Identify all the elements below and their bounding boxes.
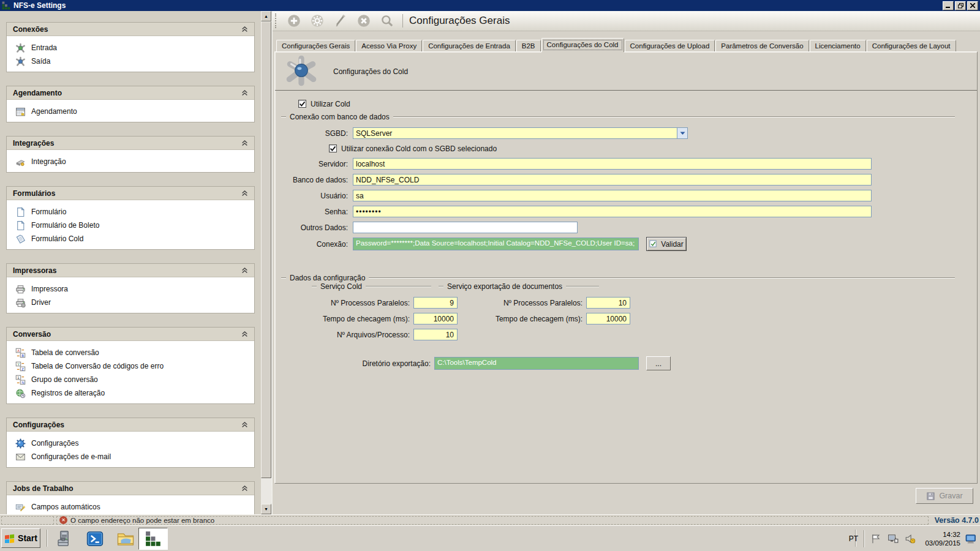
settings-button[interactable] — [306, 12, 329, 29]
collapse-chevron-icon[interactable] — [241, 421, 248, 428]
banco-de-dados-input[interactable]: NDD_NFSe_COLD — [353, 174, 872, 186]
sidebar-section-header-conversao[interactable]: Conversão — [7, 328, 254, 341]
tab-b2b[interactable]: B2B — [516, 40, 541, 52]
sidebar-item-tabela-de-conversao-de-codigos-de-erro[interactable]: YZTabela de Conversão de códigos de erro — [7, 359, 254, 373]
sidebar-section-header-jobs-de-trabalho[interactable]: Jobs de Trabalho — [7, 482, 254, 495]
collapse-chevron-icon[interactable] — [241, 267, 248, 274]
add-button[interactable] — [282, 12, 306, 29]
browse-button[interactable]: ... — [646, 356, 671, 370]
tempo-de-checagem-ms-input[interactable]: 10000 — [586, 313, 630, 324]
tab-acesso-via-proxy[interactable]: Acesso Via Proxy — [356, 40, 422, 52]
close-button[interactable] — [967, 1, 978, 10]
start-button[interactable]: Start — [1, 528, 40, 548]
sidebar-item-formulario[interactable]: Formulário — [7, 205, 254, 219]
sidebar-item-grupo-de-conversao[interactable]: 1NGrupo de conversão — [7, 373, 254, 386]
svg-text:B: B — [21, 353, 24, 357]
scroll-thumb[interactable] — [261, 21, 271, 478]
diretorio-input[interactable]: C:\Tools\TempCold — [434, 357, 639, 370]
server-manager-icon — [55, 530, 74, 548]
use-cold-connection-checkbox[interactable] — [329, 144, 337, 152]
calendar-icon — [15, 107, 26, 117]
file-explorer-button[interactable] — [115, 529, 136, 549]
sidebar-item-configuracoes[interactable]: Configurações — [7, 437, 254, 450]
restore-button[interactable] — [955, 1, 966, 10]
sidebar-item-saida[interactable]: Saída — [7, 54, 254, 68]
gravar-button[interactable]: Gravar — [916, 488, 973, 504]
sidebar-section-header-conexoes[interactable]: Conexões — [7, 23, 254, 36]
sidebar-section-header-agendamento[interactable]: Agendamento — [7, 86, 254, 100]
use-cold-connection-label: Utilizar conexão Cold com o SGBD selecio… — [341, 144, 497, 153]
servico-cold-legend: Serviço Cold — [312, 282, 431, 291]
n-arquivos-processo-input[interactable]: 10 — [413, 329, 458, 340]
sgbd-dropdown-arrow-icon[interactable] — [677, 128, 687, 138]
save-floppy-icon — [926, 492, 935, 501]
sidebar-item-registros-de-alteracao[interactable]: Registros de alteração — [7, 386, 254, 400]
search-button[interactable] — [375, 12, 399, 29]
tab-configuracoes-do-cold[interactable]: Configurações do Cold — [541, 38, 624, 52]
outros-dados-label: Outros Dados: — [275, 223, 348, 232]
field-row-n-processos-paralelos: Nº Processos Paralelos:9 — [275, 297, 461, 309]
sgbd-select[interactable]: SQLServer — [353, 127, 688, 139]
tab-configuracoes-de-layout[interactable]: Configurações de Layout — [867, 40, 956, 52]
sidebar-section-agendamento: AgendamentoAgendamento — [6, 86, 255, 122]
gravar-label: Gravar — [939, 492, 962, 500]
scroll-down-button[interactable]: ▼ — [261, 504, 271, 514]
outros-dados-input[interactable] — [353, 222, 578, 233]
status-panel-version: Versão 4.7.0 — [931, 516, 979, 525]
sidebar-item-configuracoes-de-e-mail[interactable]: Configurações de e-mail — [7, 450, 254, 463]
sidebar-item-label: Grupo de conversão — [31, 375, 98, 384]
tab-configuracoes-de-entrada[interactable]: Configurações de Entrada — [423, 40, 516, 52]
senha-input[interactable]: •••••••• — [353, 206, 872, 217]
sidebar-item-tabela-de-conversao[interactable]: ABTabela de conversão — [7, 346, 254, 359]
collapse-chevron-icon[interactable] — [241, 485, 248, 492]
sidebar-item-label: Integração — [31, 157, 66, 166]
display-icon[interactable] — [888, 533, 899, 544]
sidebar-item-formulario-de-boleto[interactable]: Formulário de Boleto — [7, 219, 254, 232]
lang-separator — [864, 530, 865, 547]
sidebar-item-impressora[interactable]: Impressora — [7, 282, 254, 296]
powershell-button[interactable] — [85, 529, 105, 549]
usuario-input[interactable]: sa — [353, 190, 872, 201]
sidebar-item-formulario-cold[interactable]: Formulário Cold — [7, 232, 254, 246]
edit-button[interactable] — [329, 12, 352, 29]
hub-green-icon — [15, 43, 26, 53]
sidebar-section-header-impressoras[interactable]: Impressoras — [7, 264, 254, 277]
sidebar-item-driver[interactable]: Driver — [7, 296, 254, 309]
sidebar-item-label: Tabela de Conversão de códigos de erro — [31, 362, 164, 370]
sidebar-section-header-configuracoes[interactable]: Configurações — [7, 418, 254, 432]
collapse-chevron-icon[interactable] — [241, 140, 248, 146]
collapse-chevron-icon[interactable] — [241, 26, 248, 32]
delete-button[interactable] — [352, 12, 375, 29]
clock[interactable]: 14:32 03/09/2015 — [925, 530, 960, 548]
tab-parametros-de-conversao[interactable]: Parâmetros de Conversão — [715, 40, 809, 52]
sidebar-section-header-formularios[interactable]: Formulários — [7, 187, 254, 200]
sidebar-item-integracao[interactable]: Integração — [7, 155, 254, 168]
show-desktop-button[interactable] — [965, 533, 978, 545]
collapse-chevron-icon[interactable] — [241, 190, 248, 197]
scroll-up-button[interactable]: ▲ — [261, 11, 271, 21]
language-indicator[interactable]: PT — [845, 534, 861, 543]
sidebar-section-header-integracoes[interactable]: Integrações — [7, 137, 254, 150]
toolbar-grip[interactable] — [275, 13, 277, 28]
servidor-input[interactable]: localhost — [353, 158, 872, 170]
audio-icon[interactable] — [905, 533, 916, 544]
sidebar-item-entrada[interactable]: Entrada — [7, 41, 254, 54]
minimize-button[interactable] — [943, 1, 954, 10]
active-task-button[interactable] — [138, 528, 168, 550]
sidebar-item-agendamento[interactable]: Agendamento — [7, 105, 254, 118]
n-processos-paralelos-input[interactable]: 10 — [586, 297, 630, 309]
tab-licenciamento[interactable]: Licenciamento — [810, 40, 866, 52]
utilizar-cold-checkbox[interactable] — [298, 100, 306, 108]
validar-button[interactable]: Validar — [646, 237, 687, 251]
sidebar-scrollbar[interactable]: ▲ ▼ — [261, 11, 271, 514]
server-manager-button[interactable] — [54, 529, 75, 549]
tempo-de-checagem-ms-label: Tempo de checagem (ms): — [275, 315, 413, 323]
sidebar-item-campos-automaticos[interactable]: Campos automáticos — [7, 500, 254, 514]
tab-configuracoes-gerais[interactable]: Configurações Gerais — [276, 40, 355, 52]
envelope-icon — [15, 452, 26, 462]
flag-icon[interactable] — [870, 533, 881, 544]
window-title: NFS-e Settings — [13, 1, 66, 10]
collapse-chevron-icon[interactable] — [241, 89, 248, 96]
collapse-chevron-icon[interactable] — [241, 331, 248, 337]
tab-configuracoes-de-upload[interactable]: Configurações de Upload — [625, 40, 715, 52]
